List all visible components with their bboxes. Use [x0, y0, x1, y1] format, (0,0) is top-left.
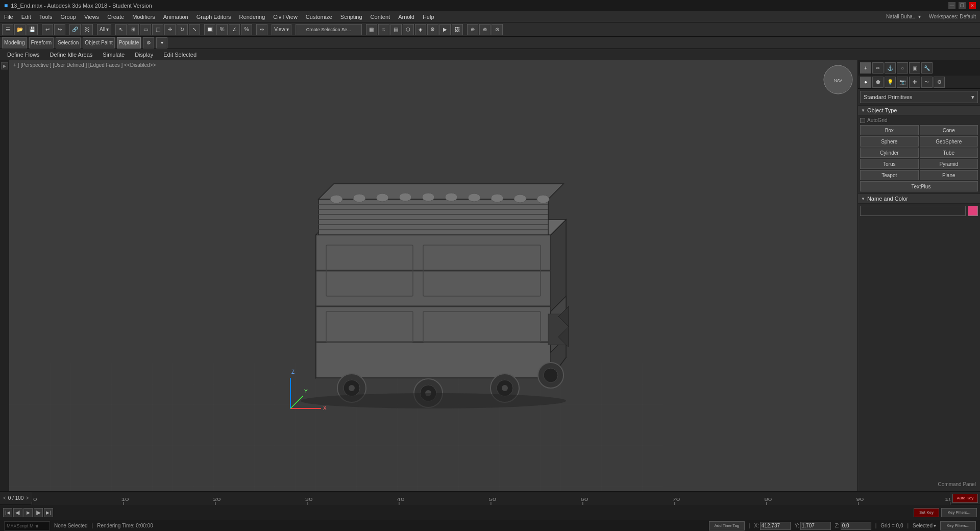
menu-modifiers[interactable]: Modifiers: [128, 11, 159, 22]
name-color-header[interactable]: ▼ Name and Color: [858, 194, 980, 204]
menu-customize[interactable]: Customize: [302, 11, 336, 22]
play-btn[interactable]: ▶: [23, 508, 33, 517]
go-end-btn[interactable]: ▶|: [44, 508, 53, 517]
material-editor-btn[interactable]: ◈: [415, 24, 426, 35]
view-dropdown[interactable]: View▾: [272, 24, 291, 35]
key-filters-btn[interactable]: Key Filters...: [941, 508, 977, 517]
angle-snap[interactable]: ∠: [229, 24, 240, 35]
motion-tab-icon[interactable]: ○: [897, 62, 908, 74]
menu-content[interactable]: Content: [366, 11, 395, 22]
simulate-btn[interactable]: Simulate: [100, 51, 128, 58]
menu-views[interactable]: Views: [80, 11, 103, 22]
create-sel-btn[interactable]: Create Selection Se...: [296, 24, 362, 35]
shapes-icon[interactable]: ⬟: [872, 77, 884, 88]
render-frame-btn[interactable]: 🖼: [452, 24, 463, 35]
populate-settings[interactable]: ⚙: [143, 37, 154, 49]
percent-snap[interactable]: %: [241, 24, 252, 35]
modify-tab-icon[interactable]: ✏: [872, 62, 884, 74]
render-btn[interactable]: ▶: [439, 24, 451, 35]
prev-frame-btn[interactable]: ◀|: [13, 508, 22, 517]
snap-btn[interactable]: 🔲: [204, 24, 215, 35]
new-button[interactable]: ☰: [2, 24, 13, 35]
rect-sel[interactable]: ▭: [140, 24, 151, 35]
extra-btn2[interactable]: ⊗: [479, 24, 491, 35]
hierarchy-tab-icon[interactable]: ⚓: [885, 62, 896, 74]
torus-button[interactable]: Torus: [860, 159, 919, 169]
render-setup-btn[interactable]: ⚙: [427, 24, 438, 35]
nav-cube[interactable]: NAV: [823, 64, 853, 95]
textplus-button[interactable]: TextPlus: [860, 181, 978, 191]
extra-btn1[interactable]: ⊕: [467, 24, 478, 35]
display-tab-icon[interactable]: ▣: [909, 62, 920, 74]
curve-editor-btn[interactable]: ≈: [378, 24, 389, 35]
cylinder-button[interactable]: Cylinder: [860, 148, 919, 158]
geosphere-button[interactable]: GeoSphere: [920, 136, 978, 147]
x-input[interactable]: [760, 522, 791, 530]
cone-button[interactable]: Cone: [920, 125, 978, 135]
spacewarps-icon[interactable]: 〜: [921, 77, 933, 88]
menu-civil-view[interactable]: Civil View: [269, 11, 301, 22]
menu-edit[interactable]: Edit: [17, 11, 35, 22]
frame-prev-btn[interactable]: <: [3, 495, 6, 501]
sphere-button[interactable]: Sphere: [860, 136, 919, 147]
graph-editors-btn[interactable]: ▦: [366, 24, 377, 35]
menu-create[interactable]: Create: [103, 11, 128, 22]
modeling-tab[interactable]: Modeling: [2, 37, 27, 49]
lasso-sel[interactable]: ⬚: [152, 24, 163, 35]
menu-help[interactable]: Help: [419, 11, 438, 22]
extra-btn3[interactable]: ⊘: [492, 24, 503, 35]
menu-rendering[interactable]: Rendering: [235, 11, 270, 22]
unlink-button[interactable]: ⛓: [82, 24, 93, 35]
menu-tools[interactable]: Tools: [35, 11, 57, 22]
rotate-btn[interactable]: ↻: [177, 24, 188, 35]
category-dropdown[interactable]: Standard Primitives ▾: [860, 91, 978, 103]
menu-arnold[interactable]: Arnold: [394, 11, 419, 22]
filter-dropdown[interactable]: All▾: [97, 24, 111, 35]
maximize-button[interactable]: ❐: [959, 2, 966, 9]
key-filters-status-btn[interactable]: Key Filters...: [940, 521, 976, 530]
utilities-tab-icon[interactable]: 🔧: [921, 62, 933, 74]
cameras-icon[interactable]: 📷: [897, 77, 908, 88]
box-button[interactable]: Box: [860, 125, 919, 135]
scale-btn[interactable]: ⤡: [189, 24, 200, 35]
set-key-btn[interactable]: Set Key: [914, 508, 939, 517]
object-paint-tab[interactable]: Object Paint: [83, 37, 114, 49]
z-input[interactable]: [841, 522, 871, 530]
title-bar-controls[interactable]: — ❐ ✕: [948, 2, 976, 9]
name-input[interactable]: [860, 206, 966, 216]
auto-key-btn[interactable]: Auto Key: [952, 494, 978, 503]
object-type-header[interactable]: ▼ Object Type: [858, 105, 980, 115]
geometry-icon[interactable]: ●: [860, 77, 871, 88]
y-input[interactable]: [800, 522, 831, 530]
create-tab-icon[interactable]: +: [860, 62, 871, 74]
menu-scripting[interactable]: Scripting: [336, 11, 366, 22]
close-button[interactable]: ✕: [969, 2, 976, 9]
menu-graph-editors[interactable]: Graph Editors: [192, 11, 235, 22]
select-btn[interactable]: ↖: [115, 24, 127, 35]
edit-selected-btn[interactable]: Edit Selected: [160, 51, 200, 58]
color-swatch[interactable]: [968, 206, 978, 216]
helpers-icon[interactable]: ✚: [909, 77, 920, 88]
tube-button[interactable]: Tube: [920, 148, 978, 158]
selection-tab[interactable]: Selection: [56, 37, 81, 49]
populate-tab[interactable]: Populate: [117, 37, 141, 49]
mirror-btn[interactable]: ⇔: [256, 24, 267, 35]
frame-next-btn[interactable]: >: [26, 495, 29, 501]
plane-button[interactable]: Plane: [920, 170, 978, 180]
snap2d-btn[interactable]: %: [216, 24, 228, 35]
dope-sheet-btn[interactable]: ▤: [390, 24, 402, 35]
add-time-tag-btn[interactable]: Add Time Tag: [709, 521, 745, 530]
undo-button[interactable]: ↩: [42, 24, 53, 35]
menu-group[interactable]: Group: [56, 11, 80, 22]
timeline-ruler[interactable]: 0 10 20 30 40 50 60 70 80 90 100: [32, 492, 950, 505]
menu-file[interactable]: File: [0, 11, 17, 22]
link-button[interactable]: 🔗: [69, 24, 81, 35]
autogrid-checkbox[interactable]: [860, 118, 865, 123]
play-btn-left[interactable]: ▶: [1, 62, 8, 69]
menu-animation[interactable]: Animation: [159, 11, 192, 22]
viewport[interactable]: + ] [Perspective ] [User Defined ] [Edge…: [9, 60, 857, 491]
pyramid-button[interactable]: Pyramid: [920, 159, 978, 169]
display-btn[interactable]: Display: [132, 51, 156, 58]
open-button[interactable]: 📂: [14, 24, 26, 35]
define-flows-btn[interactable]: Define Flows: [4, 51, 43, 58]
